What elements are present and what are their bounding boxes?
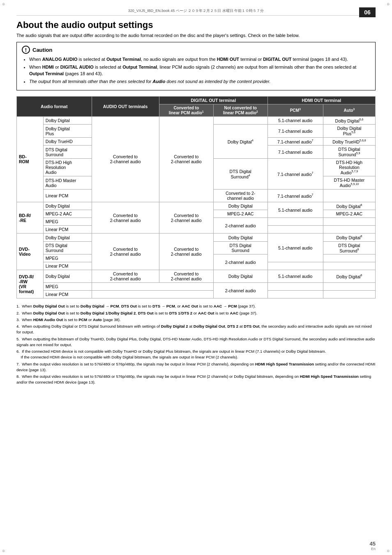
auto-cell: DTS-HD MasterAudio5,9,10 — [323, 176, 375, 190]
audio-out-cell: Converted to2-channel audio — [92, 270, 159, 283]
table-row: MPEG 2-channel audio — [17, 283, 376, 291]
col-hdmi-out: HDMI OUT terminal — [267, 96, 375, 104]
section-number-badge: 06 — [359, 7, 376, 17]
not-converted-cell: 2-channel audio — [213, 218, 267, 234]
format-cell: MPEG — [43, 254, 92, 262]
pcm-cell: 7.1-channel audio7 — [267, 189, 323, 202]
format-cell: Linear PCM — [43, 262, 92, 270]
pcm-cell: 7.1-channel audio — [267, 125, 323, 138]
converted-cell: Converted to2-channel audio — [159, 270, 213, 283]
page-title: About the audio output settings — [16, 20, 376, 30]
table-row: Linear PCM — [17, 291, 376, 298]
auto-cell: MPEG-2 AAC — [323, 210, 375, 218]
corner-mark-br: ⊕ — [387, 549, 390, 553]
pcm-cell: 5.1-channel audio — [267, 116, 323, 125]
table-row: DVD-Video Dolby Digital Converted to2-ch… — [17, 234, 376, 242]
not-converted-cell: 2-channel audio — [213, 254, 267, 270]
caution-item-3: The output from all terminals other than… — [29, 79, 370, 85]
pcm-cell — [267, 283, 323, 291]
audio-table: Audio format AUDIO OUT terminals DIGITAL… — [16, 96, 376, 299]
table-row: BD-R/-RE Dolby Digital Converted to2-cha… — [17, 202, 376, 210]
auto-cell — [323, 254, 375, 262]
auto-cell: Dolby Digital6 — [323, 202, 375, 210]
col-digital-out: DIGITAL OUT terminal — [159, 96, 267, 104]
not-converted-cell: Dolby Digital — [213, 202, 267, 210]
auto-cell: Dolby Digital6 — [323, 234, 375, 242]
caution-item-1: When ANALOG AUDIO is selected at Output … — [29, 56, 370, 62]
group-bd-rom: BD-ROM — [17, 116, 44, 202]
caution-item-2: When HDMI or DIGITAL AUDIO is selected a… — [29, 64, 370, 77]
caution-list: When ANALOG AUDIO is selected at Output … — [22, 56, 370, 85]
audio-out-cell: Converted to2-channel audio — [92, 202, 159, 234]
table-row: DVD-R/-RW(VRformat) Dolby Digital Conver… — [17, 270, 376, 283]
format-cell: Dolby Digital — [43, 116, 92, 125]
pcm-cell — [267, 226, 323, 234]
format-cell: DTS DigitalSurround — [43, 241, 92, 254]
auto-cell — [323, 218, 375, 226]
footnote-5: 5. When outputting the bitstream of Dolb… — [16, 336, 376, 348]
sub-not-converted: Not converted tolinear PCM audio2 — [213, 104, 267, 116]
pcm-cell: 5.1-channel audio — [267, 270, 323, 283]
auto-cell: Dolby DigitalPlus5,6 — [323, 125, 375, 138]
not-converted-cell: DTS DigitalSurround — [213, 241, 267, 254]
format-cell: Dolby TrueHD — [43, 137, 92, 146]
converted-cell: Converted to2-channel audio — [159, 202, 213, 234]
pcm-cell: 7.1-channel audio7 — [267, 158, 323, 189]
group-dvd-video: DVD-Video — [17, 234, 44, 270]
pcm-cell — [267, 218, 323, 226]
auto-cell — [323, 283, 375, 291]
converted-cell: Converted to2-channel audio — [159, 234, 213, 270]
auto-cell: DTS DigitalSurround5,9 — [323, 146, 375, 159]
intro-text: The audio signals that are output differ… — [16, 33, 376, 38]
pcm-cell: 5.1-channel audio — [267, 202, 323, 218]
auto-cell: Dolby Digital6 — [323, 270, 375, 283]
format-cell: DTS-HD MasterAudio — [43, 176, 92, 190]
footnote-2: 2. When Dolby Digital Out is set to Dolb… — [16, 310, 376, 316]
page-locale: En — [371, 547, 376, 551]
pcm-cell: 7.1-channel audio — [267, 146, 323, 159]
not-converted-cell: MPEG-2 AAC — [213, 210, 267, 218]
col-audio-format: Audio format — [17, 96, 92, 116]
sub-pcm: PCM3 — [267, 104, 323, 116]
pcm-cell: 5.1-channel audio — [267, 234, 323, 262]
pcm-cell: 7.1-channel audio7 — [267, 137, 323, 146]
audio-out-cell: Converted to2-channel audio — [92, 116, 159, 202]
footnote-7: 7. When the output video resolution is s… — [16, 361, 376, 373]
table-row: BD-ROM Dolby Digital Converted to2-chann… — [17, 116, 376, 125]
caution-box: ! Caution When ANALOG AUDIO is selected … — [16, 42, 376, 90]
format-cell: MPEG — [43, 218, 92, 226]
group-bd-r-re: BD-R/-RE — [17, 202, 44, 234]
auto-cell: DTS-HD HighResolutionAudio5,7,9 — [323, 158, 375, 176]
not-converted-cell: Dolby Digital — [213, 234, 267, 242]
pcm-cell — [267, 262, 323, 270]
caution-icon: ! — [22, 46, 30, 54]
audio-out-cell: Converted to2-channel audio — [92, 234, 159, 270]
caution-title: Caution — [32, 47, 52, 53]
not-converted-cell: 2-channel audio — [213, 283, 267, 298]
col-audio-out: AUDIO OUT terminals — [92, 96, 159, 116]
format-cell: DTS-HD HighResolutionAudio — [43, 158, 92, 176]
not-converted-cell: Dolby Digital4 — [213, 125, 267, 159]
format-cell: MPEG-2 AAC — [43, 210, 92, 218]
caution-header: ! Caution — [22, 46, 370, 54]
format-cell: Dolby DigitalPlus — [43, 125, 92, 138]
audio-out-merged — [92, 291, 213, 298]
page-number: 45 — [370, 541, 376, 547]
not-converted-cell — [213, 116, 267, 125]
footnotes: 1. When Dolby Digital Out is set to Dolb… — [16, 303, 376, 385]
format-cell: Linear PCM — [43, 226, 92, 234]
footnote-6: 6. If the connected HDMI device is not c… — [16, 349, 376, 361]
footnote-1: 1. When Dolby Digital Out is set to Dolb… — [16, 303, 376, 309]
corner-mark-tl: ⊕ — [2, 2, 5, 6]
auto-cell — [323, 262, 375, 270]
sub-auto: Auto3 — [323, 104, 375, 116]
auto-cell: Dolby Digital5,6 — [323, 116, 375, 125]
auto-cell — [323, 291, 375, 298]
footnote-4: 4. When outputting Dolby Digital or DTS … — [16, 324, 376, 335]
format-cell: MPEG — [43, 283, 92, 291]
converted-cell: Converted to2-channel audio — [159, 116, 213, 202]
format-cell: Dolby Digital — [43, 270, 92, 283]
format-cell: Linear PCM — [43, 189, 92, 202]
format-cell: Dolby Digital — [43, 234, 92, 242]
not-converted-cell: DTS DigitalSurround4 — [213, 158, 267, 189]
